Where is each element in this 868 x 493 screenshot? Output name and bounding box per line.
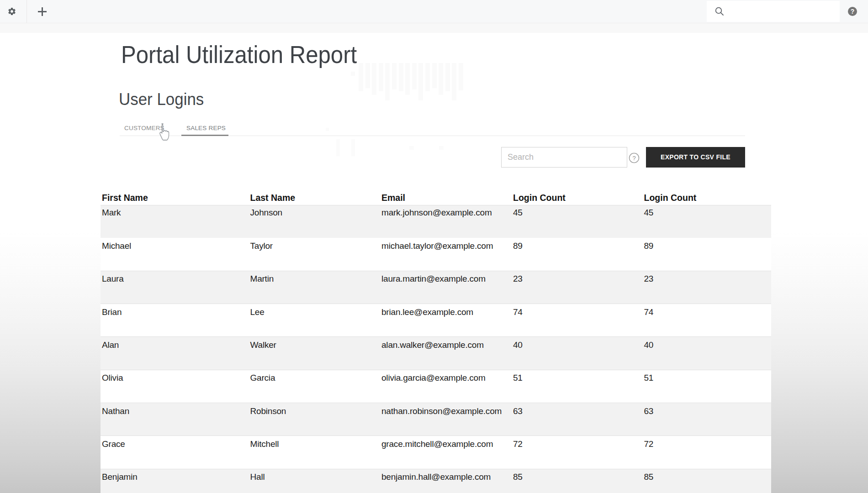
svg-text:?: ? xyxy=(632,155,635,162)
